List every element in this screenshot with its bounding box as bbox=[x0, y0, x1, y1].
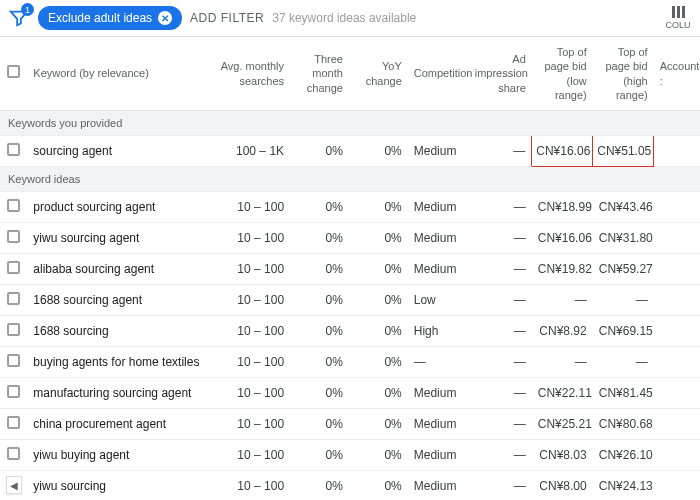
col-competition[interactable]: Competition bbox=[408, 37, 469, 111]
cell-bid-low: CN¥8.92 bbox=[532, 316, 593, 347]
cell-impression-share: — bbox=[469, 347, 532, 378]
cell-account bbox=[654, 223, 700, 254]
cell-keyword: yiwu sourcing agent bbox=[27, 223, 206, 254]
cell-competition: Medium bbox=[408, 378, 469, 409]
cell-keyword: sourcing agent bbox=[27, 136, 206, 167]
section-header: Keyword ideas bbox=[0, 167, 700, 192]
cell-avg: 10 – 100 bbox=[206, 254, 290, 285]
col-yoy[interactable]: YoY change bbox=[349, 37, 408, 111]
cell-three-month: 0% bbox=[290, 409, 349, 440]
cell-competition: — bbox=[408, 347, 469, 378]
table-row[interactable]: product sourcing agent10 – 1000%0%Medium… bbox=[0, 192, 700, 223]
col-keyword[interactable]: Keyword (by relevance) bbox=[27, 37, 206, 111]
row-checkbox[interactable] bbox=[7, 323, 20, 336]
cell-keyword: buying agents for home textiles bbox=[27, 347, 206, 378]
row-checkbox[interactable] bbox=[7, 354, 20, 367]
cell-avg: 10 – 100 bbox=[206, 347, 290, 378]
cell-bid-high: CN¥24.13 bbox=[593, 471, 654, 500]
close-icon[interactable]: ✕ bbox=[158, 11, 172, 25]
cell-three-month: 0% bbox=[290, 316, 349, 347]
cell-account bbox=[654, 316, 700, 347]
cell-impression-share: — bbox=[469, 316, 532, 347]
cell-three-month: 0% bbox=[290, 347, 349, 378]
table-row[interactable]: 1688 sourcing agent10 – 1000%0%Low——— bbox=[0, 285, 700, 316]
previous-page-button[interactable]: ◀ bbox=[6, 476, 22, 494]
cell-bid-low: CN¥16.06 bbox=[532, 223, 593, 254]
cell-competition: Medium bbox=[408, 440, 469, 471]
table-row[interactable]: china procurement agent10 – 1000%0%Mediu… bbox=[0, 409, 700, 440]
columns-button[interactable]: COLU bbox=[664, 6, 692, 30]
filter-count-badge: 1 bbox=[21, 3, 34, 16]
table-row[interactable]: yiwu sourcing10 – 1000%0%Medium—CN¥8.00C… bbox=[0, 471, 700, 500]
table-row[interactable]: alibaba sourcing agent10 – 1000%0%Medium… bbox=[0, 254, 700, 285]
cell-avg: 10 – 100 bbox=[206, 409, 290, 440]
cell-bid-high: CN¥31.80 bbox=[593, 223, 654, 254]
cell-yoy: 0% bbox=[349, 136, 408, 167]
cell-bid-low: — bbox=[532, 285, 593, 316]
col-three-month[interactable]: Three month change bbox=[290, 37, 349, 111]
cell-impression-share: — bbox=[469, 409, 532, 440]
table-header-row: Keyword (by relevance) Avg. monthly sear… bbox=[0, 37, 700, 111]
cell-bid-low: CN¥8.00 bbox=[532, 471, 593, 500]
row-checkbox[interactable] bbox=[7, 143, 20, 156]
cell-bid-low: CN¥25.21 bbox=[532, 409, 593, 440]
cell-impression-share: — bbox=[469, 223, 532, 254]
row-checkbox[interactable] bbox=[7, 385, 20, 398]
funnel-icon[interactable]: 1 bbox=[8, 7, 30, 29]
row-checkbox[interactable] bbox=[7, 447, 20, 460]
cell-three-month: 0% bbox=[290, 285, 349, 316]
cell-three-month: 0% bbox=[290, 136, 349, 167]
table-row[interactable]: buying agents for home textiles10 – 1000… bbox=[0, 347, 700, 378]
row-checkbox[interactable] bbox=[7, 261, 20, 274]
table-row[interactable]: 1688 sourcing10 – 1000%0%High—CN¥8.92CN¥… bbox=[0, 316, 700, 347]
table-row[interactable]: manufacturing sourcing agent10 – 1000%0%… bbox=[0, 378, 700, 409]
col-avg-searches[interactable]: Avg. monthly searches bbox=[206, 37, 290, 111]
row-checkbox[interactable] bbox=[7, 230, 20, 243]
table-row[interactable]: yiwu sourcing agent10 – 1000%0%Medium—CN… bbox=[0, 223, 700, 254]
cell-yoy: 0% bbox=[349, 285, 408, 316]
cell-keyword: alibaba sourcing agent bbox=[27, 254, 206, 285]
cell-avg: 10 – 100 bbox=[206, 285, 290, 316]
cell-bid-high: CN¥69.15 bbox=[593, 316, 654, 347]
cell-competition: Medium bbox=[408, 192, 469, 223]
row-checkbox[interactable] bbox=[7, 416, 20, 429]
add-filter-button[interactable]: ADD FILTER bbox=[190, 11, 264, 25]
section-header-label: Keyword ideas bbox=[0, 167, 700, 192]
col-account[interactable]: Account : bbox=[654, 37, 700, 111]
cell-yoy: 0% bbox=[349, 223, 408, 254]
cell-keyword: 1688 sourcing bbox=[27, 316, 206, 347]
cell-account bbox=[654, 136, 700, 167]
section-header-label: Keywords you provided bbox=[0, 111, 700, 136]
cell-account bbox=[654, 440, 700, 471]
cell-keyword: yiwu sourcing bbox=[27, 471, 206, 500]
cell-competition: Medium bbox=[408, 409, 469, 440]
cell-yoy: 0% bbox=[349, 471, 408, 500]
col-bid-high[interactable]: Top of page bid (high range) bbox=[593, 37, 654, 111]
table-row[interactable]: sourcing agent100 – 1K0%0%Medium—CN¥16.0… bbox=[0, 136, 700, 167]
cell-bid-high: CN¥51.05 bbox=[593, 136, 654, 167]
section-header: Keywords you provided bbox=[0, 111, 700, 136]
cell-yoy: 0% bbox=[349, 409, 408, 440]
row-checkbox[interactable] bbox=[7, 199, 20, 212]
cell-account bbox=[654, 347, 700, 378]
table-row[interactable]: yiwu buying agent10 – 1000%0%Medium—CN¥8… bbox=[0, 440, 700, 471]
cell-avg: 10 – 100 bbox=[206, 378, 290, 409]
cell-three-month: 0% bbox=[290, 254, 349, 285]
cell-avg: 10 – 100 bbox=[206, 316, 290, 347]
cell-competition: Medium bbox=[408, 254, 469, 285]
cell-three-month: 0% bbox=[290, 378, 349, 409]
col-impression-share[interactable]: Ad impression share bbox=[469, 37, 532, 111]
select-all-checkbox[interactable] bbox=[7, 65, 20, 78]
col-bid-low[interactable]: Top of page bid (low range) bbox=[532, 37, 593, 111]
cell-bid-high: CN¥81.45 bbox=[593, 378, 654, 409]
cell-account bbox=[654, 254, 700, 285]
filter-bar: 1 Exclude adult ideas ✕ ADD FILTER 37 ke… bbox=[0, 0, 700, 37]
cell-bid-low: CN¥22.11 bbox=[532, 378, 593, 409]
cell-bid-high: — bbox=[593, 285, 654, 316]
cell-account bbox=[654, 378, 700, 409]
row-checkbox[interactable] bbox=[7, 292, 20, 305]
columns-label: COLU bbox=[664, 20, 692, 30]
cell-yoy: 0% bbox=[349, 316, 408, 347]
filter-chip-exclude-adult[interactable]: Exclude adult ideas ✕ bbox=[38, 6, 182, 30]
cell-impression-share: — bbox=[469, 192, 532, 223]
